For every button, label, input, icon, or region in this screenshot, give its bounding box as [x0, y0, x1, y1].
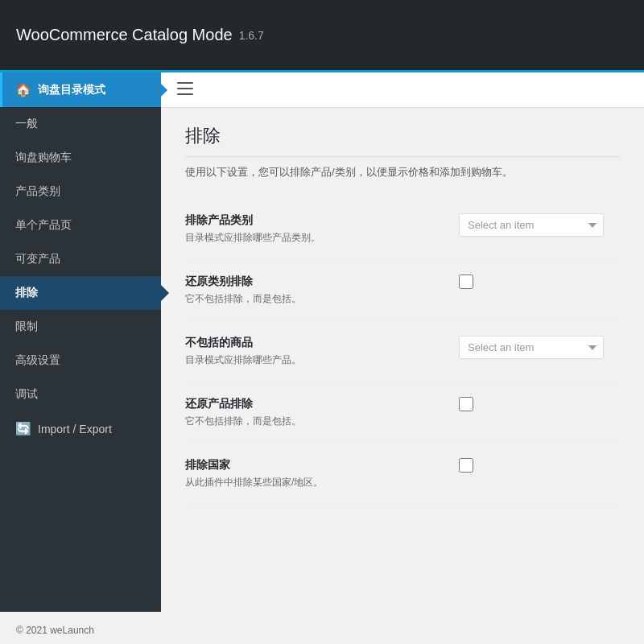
section-description: 使用以下设置，您可以排除产品/类别，以便显示价格和添加到购物车。	[185, 165, 620, 180]
setting-control	[459, 397, 620, 411]
app-title: WooCommerce Catalog Mode	[16, 26, 233, 44]
setting-label: 排除产品类别	[185, 213, 443, 228]
sidebar-item-label: 单个产品页	[15, 218, 72, 233]
setting-label: 还原类别排除	[185, 275, 443, 289]
section-title: 排除	[185, 124, 620, 157]
app-header: WooCommerce Catalog Mode 1.6.7	[0, 0, 644, 72]
setting-desc: 目录模式应排除哪些产品类别。	[185, 231, 443, 245]
svg-rect-0	[177, 82, 193, 84]
setting-label-area: 排除国家 从此插件中排除某些国家/地区。	[185, 458, 459, 489]
setting-label: 不包括的商品	[185, 336, 443, 350]
setting-control	[459, 458, 620, 473]
sidebar-item-label: 调试	[15, 387, 38, 402]
sidebar-item-label: 高级设置	[15, 353, 60, 368]
sidebar-item-label: 询盘目录模式	[38, 83, 105, 97]
setting-label-area: 还原类别排除 它不包括排除，而是包括。	[185, 275, 459, 306]
content-area: 排除 使用以下设置，您可以排除产品/类别，以便显示价格和添加到购物车。 排除产品…	[161, 108, 644, 521]
setting-desc: 从此插件中排除某些国家/地区。	[185, 476, 443, 489]
sidebar-item-label: Import / Export	[38, 423, 112, 436]
sidebar-item-label: 限制	[15, 320, 38, 334]
excluded-products-select[interactable]: Select an item	[459, 336, 604, 359]
setting-desc: 它不包括排除，而是包括。	[185, 292, 443, 306]
sidebar-item-label: 产品类别	[15, 184, 60, 199]
sidebar-item-general[interactable]: 一般	[0, 107, 161, 141]
setting-control: Select an item	[459, 336, 620, 359]
toolbar	[161, 72, 644, 108]
restore-category-checkbox[interactable]	[459, 275, 473, 289]
setting-row-exclude-country: 排除国家 从此插件中排除某些国家/地区。	[185, 444, 620, 505]
restore-product-checkbox[interactable]	[459, 397, 473, 411]
setting-control: Select an item	[459, 213, 620, 237]
sidebar-item-import-export[interactable]: 🔄 Import / Export	[0, 411, 161, 446]
setting-label-area: 不包括的商品 目录模式应排除哪些产品。	[185, 336, 459, 367]
setting-row-exclude-category: 排除产品类别 目录模式应排除哪些产品类别。 Select an item	[185, 199, 620, 260]
exclude-country-checkbox[interactable]	[459, 458, 473, 473]
setting-desc: 它不包括排除，而是包括。	[185, 415, 443, 428]
menu-icon[interactable]	[177, 80, 193, 99]
setting-label-area: 排除产品类别 目录模式应排除哪些产品类别。	[185, 213, 459, 245]
footer-text: © 2021 weLaunch	[16, 625, 94, 636]
setting-row-excluded-products: 不包括的商品 目录模式应排除哪些产品。 Select an item	[185, 321, 620, 382]
refresh-icon: 🔄	[15, 421, 31, 436]
sidebar-item-debug[interactable]: 调试	[0, 378, 161, 411]
setting-label: 还原产品排除	[185, 397, 443, 411]
sidebar-item-label: 可变产品	[15, 252, 60, 266]
exclude-category-select[interactable]: Select an item	[459, 213, 604, 237]
setting-control	[459, 275, 620, 289]
sidebar-item-variable-product[interactable]: 可变产品	[0, 242, 161, 276]
sidebar-item-label: 排除	[15, 286, 38, 300]
setting-row-restore-product: 还原产品排除 它不包括排除，而是包括。	[185, 382, 620, 444]
footer: © 2021 weLaunch	[0, 612, 644, 644]
home-icon: 🏠	[15, 82, 31, 97]
sidebar-item-advanced[interactable]: 高级设置	[0, 344, 161, 378]
main-layout: 🏠 询盘目录模式 一般 询盘购物车 产品类别 单个产品页 可变产品 排除 限制 …	[0, 72, 644, 612]
setting-desc: 目录模式应排除哪些产品。	[185, 353, 443, 367]
sidebar-item-inquiry-cart[interactable]: 询盘购物车	[0, 141, 161, 175]
sidebar-item-product-category[interactable]: 产品类别	[0, 175, 161, 208]
svg-rect-1	[177, 88, 193, 89]
setting-row-restore-category: 还原类别排除 它不包括排除，而是包括。	[185, 260, 620, 321]
sidebar-item-label: 一般	[15, 117, 38, 131]
svg-rect-2	[177, 93, 193, 95]
setting-label: 排除国家	[185, 458, 443, 473]
app-version: 1.6.7	[239, 29, 264, 42]
sidebar-item-exclusion[interactable]: 排除	[0, 276, 161, 310]
sidebar-item-restriction[interactable]: 限制	[0, 310, 161, 344]
sidebar: 🏠 询盘目录模式 一般 询盘购物车 产品类别 单个产品页 可变产品 排除 限制 …	[0, 72, 161, 612]
setting-label-area: 还原产品排除 它不包括排除，而是包括。	[185, 397, 459, 428]
sidebar-item-catalog-mode[interactable]: 🏠 询盘目录模式	[0, 72, 161, 107]
sidebar-item-single-product[interactable]: 单个产品页	[0, 208, 161, 242]
main-content: 排除 使用以下设置，您可以排除产品/类别，以便显示价格和添加到购物车。 排除产品…	[161, 72, 644, 612]
sidebar-item-label: 询盘购物车	[15, 151, 72, 165]
